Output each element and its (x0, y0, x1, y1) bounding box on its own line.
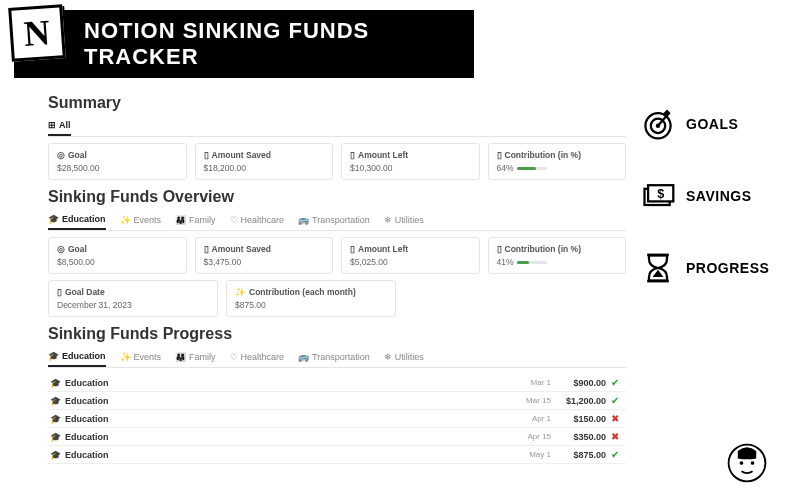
tab-icon: ♡ (230, 352, 238, 362)
row-label: Education (65, 378, 109, 388)
contrib-value: 64% (497, 163, 514, 173)
overview-heading: Sinking Funds Overview (48, 188, 626, 206)
goal-label: Goal (68, 150, 87, 160)
hourglass-icon (640, 250, 676, 286)
progress-row[interactable]: 🎓EducationMar 1$900.00✔ (48, 374, 626, 392)
ov-contrib-label: Contribution (in %) (505, 244, 581, 254)
sparkle-icon: ✨ (235, 287, 246, 297)
overview-goal-card[interactable]: ◎Goal $8,500.00 (48, 237, 187, 274)
summary-saved-card[interactable]: ▯Amount Saved $18,200.00 (195, 143, 334, 180)
svg-point-10 (740, 461, 744, 465)
feature-savings: $SAVINGS (640, 178, 800, 214)
wallet-icon: ▯ (350, 244, 355, 254)
left-label: Amount Left (358, 150, 408, 160)
tab-label: Transportation (312, 215, 370, 225)
contrib-label: Contribution (in %) (505, 150, 581, 160)
tab-family[interactable]: 👨‍👩‍👧Family (175, 210, 216, 230)
summary-goal-card[interactable]: ◎Goal $28,500.00 (48, 143, 187, 180)
overview-contrib-card[interactable]: ▯Contribution (in %) 41% (488, 237, 627, 274)
cross-icon: ✖ (606, 431, 624, 442)
progress-heading: Sinking Funds Progress (48, 325, 626, 343)
tab-events[interactable]: ✨Events (120, 210, 162, 230)
money-icon: $ (640, 178, 676, 214)
saved-value: $18,200.00 (204, 163, 325, 173)
summary-left-card[interactable]: ▯Amount Left $10,300.00 (341, 143, 480, 180)
tab-healthcare[interactable]: ♡Healthcare (230, 347, 285, 367)
ov-left-label: Amount Left (358, 244, 408, 254)
tab-icon: ❄ (384, 215, 392, 225)
row-icon: 🎓 (50, 396, 61, 406)
target-icon (640, 106, 676, 142)
tab-label: Family (189, 215, 216, 225)
progress-row[interactable]: 🎓EducationApr 15$350.00✖ (48, 428, 626, 446)
row-amount: $1,200.00 (551, 396, 606, 406)
tab-label: Events (134, 352, 162, 362)
ov-goal-value: $8,500.00 (57, 257, 178, 267)
tab-transportation[interactable]: 🚌Transportation (298, 347, 370, 367)
tab-events[interactable]: ✨Events (120, 347, 162, 367)
cross-icon: ✖ (606, 413, 624, 424)
calendar-icon: ▯ (57, 287, 62, 297)
svg-rect-7 (647, 254, 669, 257)
row-icon: 🎓 (50, 378, 61, 388)
tab-label: Healthcare (241, 352, 285, 362)
row-amount: $875.00 (551, 450, 606, 460)
tab-label: Education (62, 351, 106, 361)
tab-icon: 🎓 (48, 351, 59, 361)
svg-point-11 (751, 461, 755, 465)
overview-left-card[interactable]: ▯Amount Left $5,025.00 (341, 237, 480, 274)
list-icon: ⊞ (48, 120, 56, 130)
saved-label: Amount Saved (212, 150, 272, 160)
tab-label: Transportation (312, 352, 370, 362)
target-icon: ◎ (57, 150, 65, 160)
row-amount: $900.00 (551, 378, 606, 388)
tab-utilities[interactable]: ❄Utilities (384, 347, 424, 367)
row-label: Education (65, 450, 109, 460)
overview-monthly-card[interactable]: ✨Contribution (each month) $875.00 (226, 280, 396, 317)
tab-transportation[interactable]: 🚌Transportation (298, 210, 370, 230)
avatar-icon (724, 440, 770, 486)
ov-date-label: Goal Date (65, 287, 105, 297)
tab-family[interactable]: 👨‍👩‍👧Family (175, 347, 216, 367)
overview-date-card[interactable]: ▯Goal Date December 31, 2023 (48, 280, 218, 317)
tab-education[interactable]: 🎓Education (48, 347, 106, 367)
row-icon: 🎓 (50, 450, 61, 460)
ov-monthly-value: $875.00 (235, 300, 387, 310)
row-icon: 🎓 (50, 414, 61, 424)
tab-label: Utilities (395, 352, 424, 362)
svg-rect-8 (647, 280, 669, 283)
check-icon: ✔ (606, 395, 624, 406)
wallet-icon: ▯ (204, 150, 209, 160)
ov-monthly-label: Contribution (each month) (249, 287, 356, 297)
tab-utilities[interactable]: ❄Utilities (384, 210, 424, 230)
row-amount: $350.00 (551, 432, 606, 442)
feature-label: GOALS (686, 116, 738, 132)
row-date: May 1 (511, 450, 551, 459)
tab-icon: ✨ (120, 352, 131, 362)
tab-label: Events (134, 215, 162, 225)
progress-row[interactable]: 🎓EducationMar 15$1,200.00✔ (48, 392, 626, 410)
summary-contrib-card[interactable]: ▯Contribution (in %) 64% (488, 143, 627, 180)
tab-education[interactable]: 🎓Education (48, 210, 106, 230)
feature-progress: PROGRESS (640, 250, 800, 286)
goal-value: $28,500.00 (57, 163, 178, 173)
summary-heading: Summary (48, 94, 626, 112)
feature-label: PROGRESS (686, 260, 769, 276)
tab-all[interactable]: ⊞All (48, 116, 71, 136)
progress-row[interactable]: 🎓EducationApr 1$150.00✖ (48, 410, 626, 428)
tab-label: Healthcare (241, 215, 285, 225)
feature-label: SAVINGS (686, 188, 751, 204)
row-label: Education (65, 432, 109, 442)
feature-goals: GOALS (640, 106, 800, 142)
progress-row[interactable]: 🎓EducationMay 1$875.00✔ (48, 446, 626, 464)
tab-label: Family (189, 352, 216, 362)
row-amount: $150.00 (551, 414, 606, 424)
target-icon: ◎ (57, 244, 65, 254)
tab-healthcare[interactable]: ♡Healthcare (230, 210, 285, 230)
wallet-icon: ▯ (204, 244, 209, 254)
overview-saved-card[interactable]: ▯Amount Saved $3,475.00 (195, 237, 334, 274)
tab-icon: ✨ (120, 215, 131, 225)
ov-saved-value: $3,475.00 (204, 257, 325, 267)
tab-icon: 🚌 (298, 215, 309, 225)
tab-icon: 🚌 (298, 352, 309, 362)
